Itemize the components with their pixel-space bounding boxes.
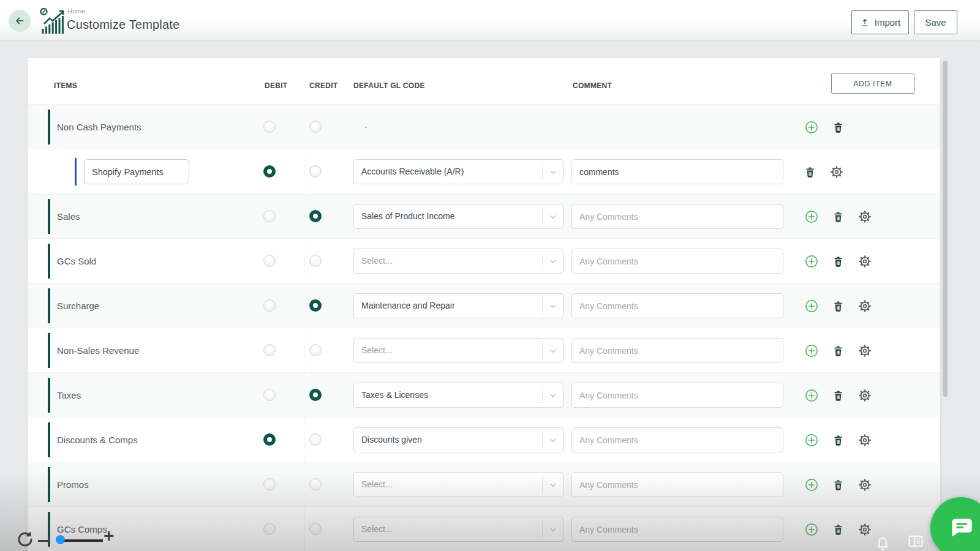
delete-row-button[interactable] bbox=[802, 165, 817, 179]
zoom-out-button[interactable] bbox=[38, 540, 48, 542]
zoom-in-button[interactable]: + bbox=[104, 525, 115, 546]
breadcrumb[interactable]: Home bbox=[67, 7, 85, 15]
gl-code-select[interactable]: Sales of Product Income bbox=[353, 204, 564, 229]
add-sub-item-button[interactable] bbox=[804, 299, 819, 313]
refresh-icon[interactable] bbox=[16, 530, 34, 549]
add-sub-item-button[interactable] bbox=[804, 254, 819, 269]
comment-input[interactable] bbox=[571, 293, 783, 318]
debit-radio[interactable] bbox=[263, 344, 276, 356]
debit-radio[interactable] bbox=[263, 165, 276, 178]
row-settings-button[interactable] bbox=[858, 522, 872, 537]
template-table-card: ITEMS DEBIT CREDIT DEFAULT GL CODE COMME… bbox=[28, 58, 940, 551]
add-sub-item-button[interactable] bbox=[804, 388, 819, 403]
back-button[interactable] bbox=[9, 10, 31, 32]
gl-code-select[interactable]: Discounts given bbox=[353, 427, 564, 452]
chevron-down-icon bbox=[542, 208, 563, 225]
debit-radio[interactable] bbox=[263, 433, 276, 446]
row-accent-bar bbox=[48, 199, 50, 234]
comment-input[interactable] bbox=[571, 472, 783, 497]
delete-row-button[interactable] bbox=[831, 209, 845, 224]
debit-radio[interactable] bbox=[263, 389, 276, 401]
upload-icon bbox=[860, 18, 870, 28]
add-sub-item-button[interactable] bbox=[804, 120, 819, 135]
delete-row-button[interactable] bbox=[831, 522, 845, 537]
credit-radio[interactable] bbox=[309, 389, 322, 401]
item-label: GCs Sold bbox=[57, 239, 96, 283]
delete-row-button[interactable] bbox=[831, 388, 845, 403]
gl-code-select[interactable]: Select... bbox=[353, 472, 564, 497]
reading-list-icon[interactable] bbox=[907, 533, 924, 550]
comment-input[interactable] bbox=[571, 517, 783, 542]
gl-code-select[interactable]: Select... bbox=[353, 517, 564, 542]
row-accent-bar bbox=[48, 244, 50, 279]
table-row-surcharge: Surcharge Maintenance and Repair bbox=[28, 283, 940, 328]
comment-input[interactable] bbox=[571, 249, 783, 274]
comment-input[interactable] bbox=[571, 427, 783, 452]
gl-code-select[interactable]: Select... bbox=[353, 338, 564, 363]
item-label: Non Cash Payments bbox=[57, 105, 141, 149]
row-settings-button[interactable] bbox=[858, 343, 872, 358]
debit-radio[interactable] bbox=[263, 478, 276, 490]
delete-row-button[interactable] bbox=[831, 478, 845, 492]
comment-input[interactable] bbox=[571, 204, 783, 229]
add-sub-item-button[interactable] bbox=[804, 343, 819, 358]
credit-radio[interactable] bbox=[309, 121, 322, 133]
gl-code-select[interactable]: Taxes & Licenses bbox=[353, 383, 564, 408]
column-header-gl-code: DEFAULT GL CODE bbox=[353, 81, 425, 90]
chevron-down-icon bbox=[542, 342, 563, 359]
row-settings-button[interactable] bbox=[858, 388, 872, 403]
import-button[interactable]: Import bbox=[851, 10, 909, 34]
row-settings-button[interactable] bbox=[858, 299, 872, 313]
comment-input[interactable] bbox=[571, 338, 783, 363]
row-accent-bar bbox=[48, 378, 50, 413]
add-sub-item-button[interactable] bbox=[804, 478, 819, 492]
table-row-discounts-comps: Discounts & Comps Discounts given bbox=[28, 417, 940, 462]
add-sub-item-button[interactable] bbox=[804, 433, 819, 448]
row-settings-button[interactable] bbox=[858, 433, 872, 448]
vertical-scrollbar-thumb[interactable] bbox=[943, 61, 948, 397]
app-window: Home Customize Template Import Save ITEM… bbox=[0, 0, 980, 551]
bell-icon[interactable] bbox=[873, 534, 892, 551]
credit-radio[interactable] bbox=[309, 433, 322, 446]
chevron-down-icon bbox=[542, 163, 563, 180]
delete-row-button[interactable] bbox=[831, 120, 845, 135]
row-settings-button[interactable] bbox=[858, 478, 872, 492]
gl-code-select[interactable]: Accounts Receivable (A/R) bbox=[353, 159, 564, 184]
row-settings-button[interactable] bbox=[858, 209, 872, 224]
zoom-slider-track[interactable] bbox=[59, 539, 103, 542]
credit-radio[interactable] bbox=[309, 344, 322, 356]
column-header-comment: COMMENT bbox=[573, 81, 612, 90]
table-row-shopify-payments: Accounts Receivable (A/R) bbox=[28, 149, 940, 193]
table-body: Non Cash Payments - Accounts Receivable … bbox=[28, 104, 940, 551]
debit-radio[interactable] bbox=[263, 299, 276, 312]
add-sub-item-button[interactable] bbox=[804, 522, 819, 537]
save-button[interactable]: Save bbox=[914, 10, 957, 34]
credit-radio[interactable] bbox=[309, 255, 322, 267]
delete-row-button[interactable] bbox=[831, 433, 845, 448]
zoom-slider-handle[interactable] bbox=[56, 535, 65, 544]
sub-item-name-input[interactable] bbox=[84, 159, 189, 184]
gl-code-select[interactable]: Maintenance and Repair bbox=[353, 293, 564, 318]
row-settings-button[interactable] bbox=[858, 254, 872, 269]
item-label: Promos bbox=[57, 462, 89, 507]
delete-row-button[interactable] bbox=[831, 299, 845, 313]
delete-row-button[interactable] bbox=[831, 343, 845, 358]
debit-radio[interactable] bbox=[263, 210, 276, 222]
comment-input[interactable] bbox=[571, 159, 783, 184]
comment-input[interactable] bbox=[571, 383, 783, 408]
add-sub-item-button[interactable] bbox=[804, 209, 819, 224]
debit-radio[interactable] bbox=[263, 523, 276, 535]
credit-radio[interactable] bbox=[309, 478, 322, 490]
row-accent-bar bbox=[48, 333, 50, 368]
credit-radio[interactable] bbox=[309, 523, 322, 535]
debit-radio[interactable] bbox=[263, 121, 276, 133]
row-settings-button[interactable] bbox=[829, 165, 844, 179]
add-item-button[interactable]: ADD ITEM bbox=[831, 73, 914, 94]
debit-radio[interactable] bbox=[263, 255, 276, 267]
gl-code-select[interactable]: Select... bbox=[353, 249, 564, 274]
row-accent-bar bbox=[48, 288, 50, 323]
delete-row-button[interactable] bbox=[831, 254, 845, 269]
credit-radio[interactable] bbox=[309, 299, 322, 312]
credit-radio[interactable] bbox=[309, 165, 322, 178]
credit-radio[interactable] bbox=[309, 210, 322, 222]
